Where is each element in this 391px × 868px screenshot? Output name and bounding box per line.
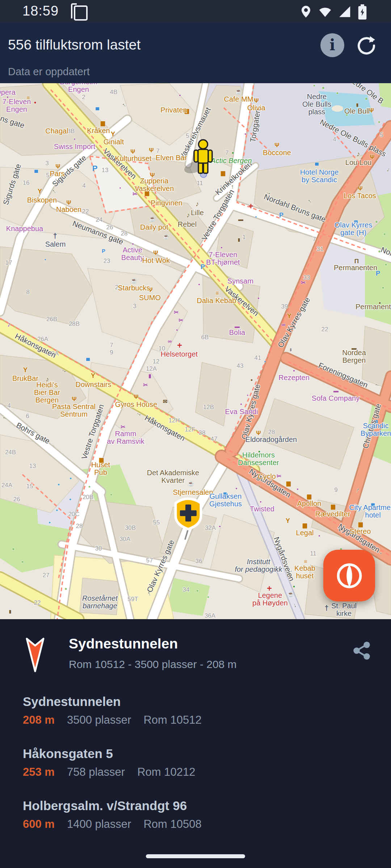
- house-number: 22: [34, 599, 41, 606]
- poi-icon: ●: [56, 508, 58, 512]
- place-label: ScandicByparken: [361, 422, 391, 437]
- selected-shelter-info: Sydnestunnelen Rom 10512 - 3500 plasser …: [69, 635, 237, 671]
- house-number: 6B: [201, 334, 209, 341]
- poi-icon: ▪: [236, 485, 237, 491]
- poi-icon: ▮: [148, 373, 151, 379]
- place-label: NordeaBergen: [342, 349, 366, 364]
- share-button[interactable]: [353, 642, 371, 660]
- poi-icon: ▪: [198, 281, 200, 287]
- poi-icon: ▆: [302, 522, 307, 529]
- poi-icon: †: [324, 604, 329, 612]
- screen-cast-icon: [74, 5, 88, 21]
- poi-icon: Ψ: [134, 394, 139, 400]
- selected-shelter-details: Rom 10512 - 3500 plasser - 208 m: [69, 658, 237, 671]
- place-label: Kulturhuset: [115, 154, 152, 162]
- house-number: 7: [110, 342, 113, 349]
- poi-icon: ☕: [163, 234, 169, 240]
- house-number: 28: [76, 523, 83, 529]
- poi-icon: ●: [74, 137, 76, 141]
- poi-icon: P: [279, 212, 283, 219]
- poi-icon: ▪: [258, 295, 260, 301]
- shelter-list-item[interactable]: Holbergsalm. v/Strandgt 96 600 m 1400 pl…: [23, 798, 377, 831]
- place-label: Downstairs: [76, 380, 112, 388]
- shelter-list: Sydnestunnelen 208 m 3500 plasser Rom 10…: [23, 694, 377, 850]
- poi-icon: ♪: [357, 150, 360, 158]
- place-label: Gyros House: [115, 400, 157, 408]
- poi-icon: ●: [383, 231, 386, 237]
- poi-icon: ▆: [358, 521, 363, 528]
- poi-icon: ●: [365, 95, 368, 101]
- house-number: 6: [26, 413, 29, 420]
- poi-icon: ▄: [34, 167, 38, 173]
- place-label: Kråken: [87, 127, 110, 135]
- house-number: 24A: [1, 482, 13, 489]
- poi-icon: Y: [38, 188, 42, 195]
- poi-icon: ✂: [143, 382, 148, 388]
- house-number: 17: [5, 259, 12, 266]
- shelter-name: Håkonsgaten 5: [23, 746, 377, 762]
- house-number: 15: [26, 483, 33, 490]
- house-number: 55: [153, 519, 160, 526]
- place-label: Synsam: [227, 277, 253, 285]
- shelter-list-item[interactable]: Sydnestunnelen 208 m 3500 plasser Rom 10…: [23, 694, 377, 727]
- house-number: 3B: [67, 128, 75, 135]
- poi-icon: ●: [375, 219, 378, 224]
- place-label: Pars: [50, 170, 64, 178]
- poi-icon: ≡: [304, 558, 307, 565]
- poi-icon: Ψ: [369, 107, 374, 114]
- poi-icon: ▮: [9, 609, 12, 614]
- place-label: Sofa Company: [312, 394, 360, 402]
- poi-icon: ▬: [333, 388, 339, 393]
- poi-icon: +: [177, 340, 182, 350]
- place-label: Ginialt: [104, 138, 124, 146]
- poi-icon: Ψ: [149, 147, 154, 153]
- house-number: 20C: [68, 511, 79, 518]
- house-number: 43: [237, 362, 244, 369]
- house-number: 9: [110, 349, 113, 356]
- place-label: SUMO: [139, 294, 161, 302]
- place-label: Naboen: [56, 205, 81, 213]
- place-label: Boccone: [263, 149, 291, 157]
- gesture-handle[interactable]: [146, 854, 245, 858]
- poi-icon: ●: [196, 588, 198, 593]
- house-number: 32A: [205, 524, 216, 531]
- app-subtitle: Data er oppdatert: [8, 66, 90, 78]
- house-number: 7: [225, 149, 228, 156]
- poi-icon: ☕: [235, 88, 242, 95]
- place-label: Pingvinen: [151, 199, 182, 207]
- place-label: Rebel: [178, 220, 197, 228]
- place-label: Rezepten: [278, 374, 310, 382]
- place-label: Legal: [296, 529, 314, 537]
- place-label: GullaksenGjestehus: [209, 492, 242, 508]
- info-button[interactable]: i: [320, 33, 344, 57]
- place-label: 7-ElevenBT-hjørnet: [206, 251, 240, 266]
- place-label: Actic Bergen: [210, 157, 252, 165]
- house-number: 28B: [69, 320, 80, 327]
- map-view[interactable]: ΨΨΨΨΨΨΨΨΨΨΨΨΨΨΨΨ☕☕☕☕☕☕▆▆▆▆▆▆▆▆▆▆YYYYYY♪♪…: [0, 83, 391, 619]
- poi-icon: ●: [384, 262, 387, 267]
- house-number: 24: [96, 216, 103, 223]
- shelter-list-item[interactable]: Håkonsgaten 5 253 m 758 plasser Rom 1021…: [23, 746, 377, 779]
- poi-icon: Y: [286, 517, 290, 524]
- poi-icon: ♪: [7, 320, 11, 328]
- place-label: Rævedilter: [315, 510, 350, 518]
- compass-fab-button[interactable]: [323, 550, 375, 601]
- poi-icon: ∞: [281, 322, 285, 328]
- place-label: Kebabhuset: [294, 564, 315, 580]
- poi-icon: ●: [110, 492, 113, 497]
- poi-icon: ●: [12, 546, 15, 552]
- poi-icon: Ψ: [154, 250, 158, 256]
- place-label: Olivia: [247, 104, 266, 112]
- status-time: 18:59: [22, 3, 59, 19]
- place-label: Knappebua: [6, 225, 43, 233]
- refresh-button[interactable]: [356, 35, 377, 56]
- cellular-signal-icon: [338, 5, 352, 19]
- poi-icon: ●: [255, 215, 257, 218]
- place-label: Privaten: [160, 106, 187, 114]
- poi-icon: ▆: [100, 120, 105, 127]
- poi-icon: ▬: [238, 216, 243, 222]
- shelter-capacity: 3500 plasser: [67, 713, 131, 727]
- poi-icon: ▮: [356, 102, 359, 107]
- poi-icon: ●: [336, 90, 339, 95]
- house-number: 36: [196, 558, 202, 565]
